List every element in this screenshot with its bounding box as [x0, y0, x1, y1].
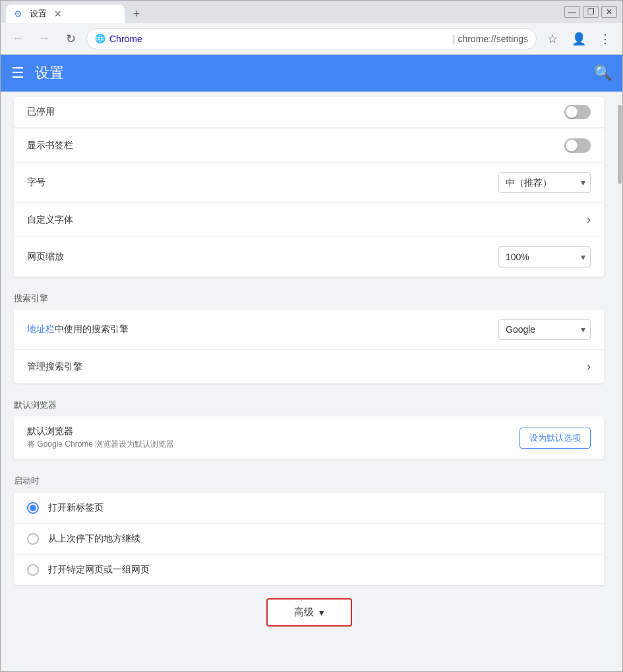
active-tab[interactable]: ⚙ 设置 ✕: [6, 5, 125, 23]
advanced-button-wrapper: 高级 ▾: [1, 598, 617, 627]
window-controls: — ❐ ✕: [564, 6, 617, 18]
manage-search-label: 管理搜索引擎: [27, 361, 587, 373]
content-area: 已停用 显示书签栏 字号 中（推荐） ▾: [1, 92, 622, 671]
custom-font-label: 自定义字体: [27, 214, 587, 226]
profile-button[interactable]: 👤: [568, 28, 589, 49]
tab-favicon: ⚙: [14, 9, 24, 19]
title-bar: ⚙ 设置 ✕ + — ❐ ✕: [1, 1, 622, 23]
set-default-button[interactable]: 设为默认选项: [519, 428, 591, 449]
bookmarks-toggle[interactable]: [564, 138, 591, 153]
hamburger-menu-icon[interactable]: ☰: [11, 65, 24, 82]
disabled-row: 已停用: [14, 97, 604, 128]
tab-area: ⚙ 设置 ✕ +: [6, 1, 564, 23]
bookmarks-label: 显示书签栏: [27, 140, 564, 152]
zoom-row: 网页缩放 100% ▾: [14, 237, 604, 277]
startup-card: 打开新标签页 从上次停下的地方继续 打开特定网页或一组网页: [14, 492, 604, 585]
header-search-icon[interactable]: 🔍: [594, 65, 612, 82]
startup-newtab-row: 打开新标签页: [14, 492, 604, 523]
default-browser-row: 默认浏览器 将 Google Chrome 浏览器设为默认浏览器 设为默认选项: [14, 416, 604, 459]
window-close-button[interactable]: ✕: [601, 6, 617, 18]
new-tab-button[interactable]: +: [127, 5, 146, 23]
manage-search-row[interactable]: 管理搜索引擎 ›: [14, 349, 604, 383]
page-title: 设置: [35, 63, 594, 83]
startup-continue-radio[interactable]: [27, 533, 39, 545]
url-separator: |: [453, 34, 456, 44]
fontsize-label: 字号: [27, 177, 498, 188]
disabled-label: 已停用: [27, 106, 564, 118]
default-browser-label: 默认浏览器: [27, 426, 519, 437]
restore-button[interactable]: ❐: [583, 6, 599, 18]
default-browser-sublabel: 将 Google Chrome 浏览器设为默认浏览器: [27, 439, 519, 450]
minimize-button[interactable]: —: [564, 6, 580, 18]
settings-main: 已停用 显示书签栏 字号 中（推荐） ▾: [1, 92, 617, 671]
scrollbar-track[interactable]: [617, 92, 622, 671]
startup-specific-row: 打开特定网页或一组网页: [14, 554, 604, 585]
url-favicon: 🌐: [95, 34, 105, 44]
app-header: ☰ 设置 🔍: [1, 55, 622, 92]
startup-specific-radio[interactable]: [27, 564, 39, 576]
address-bar-link[interactable]: 地址栏: [27, 323, 55, 334]
custom-font-arrow: ›: [587, 213, 591, 227]
zoom-select[interactable]: 100%: [498, 246, 591, 267]
search-in-address-label: 地址栏中使用的搜索引擎: [27, 323, 498, 335]
search-engine-card: 地址栏中使用的搜索引擎 Google ▾ 管理搜索引擎 ›: [14, 310, 604, 383]
forward-button[interactable]: →: [34, 28, 55, 49]
zoom-label: 网页缩放: [27, 251, 498, 263]
fontsize-select-wrapper: 中（推荐） ▾: [498, 172, 591, 193]
default-browser-card: 默认浏览器 将 Google Chrome 浏览器设为默认浏览器 设为默认选项: [14, 416, 604, 459]
startup-header: 启动时: [1, 464, 617, 492]
address-bar: ← → ↻ 🌐 Chrome | chrome://settings ☆ 👤 ⋮: [1, 23, 622, 55]
advanced-btn-arrow: ▾: [319, 607, 324, 619]
advanced-btn-label: 高级: [294, 606, 314, 619]
search-label-suffix: 中使用的搜索引擎: [55, 323, 129, 334]
url-site-text: Chrome: [109, 34, 450, 44]
startup-newtab-radio[interactable]: [27, 502, 39, 514]
url-path-text: chrome://settings: [458, 34, 528, 44]
startup-continue-label: 从上次停下的地方继续: [48, 533, 140, 545]
more-menu-button[interactable]: ⋮: [595, 28, 616, 49]
default-browser-header: 默认浏览器: [1, 389, 617, 416]
search-engine-header: 搜索引擎: [1, 282, 617, 310]
startup-newtab-label: 打开新标签页: [48, 502, 104, 514]
startup-specific-label: 打开特定网页或一组网页: [48, 564, 150, 576]
tab-close-button[interactable]: ✕: [52, 8, 64, 20]
appearance-card: 已停用 显示书签栏 字号 中（推荐） ▾: [14, 97, 604, 277]
advanced-button[interactable]: 高级 ▾: [266, 598, 352, 627]
default-browser-text: 默认浏览器 将 Google Chrome 浏览器设为默认浏览器: [27, 426, 519, 450]
url-bar[interactable]: 🌐 Chrome | chrome://settings: [86, 28, 537, 49]
search-engine-select[interactable]: Google: [498, 319, 591, 340]
disabled-toggle[interactable]: [564, 105, 591, 119]
search-engine-select-wrapper: Google ▾: [498, 319, 591, 340]
manage-search-arrow: ›: [587, 360, 591, 374]
fontsize-select[interactable]: 中（推荐）: [498, 172, 591, 193]
custom-font-row[interactable]: 自定义字体 ›: [14, 202, 604, 237]
refresh-button[interactable]: ↻: [60, 28, 81, 49]
bookmarks-row: 显示书签栏: [14, 128, 604, 162]
tab-title: 设置: [30, 8, 47, 20]
search-in-address-row: 地址栏中使用的搜索引擎 Google ▾: [14, 310, 604, 349]
fontsize-row: 字号 中（推荐） ▾: [14, 162, 604, 202]
back-button[interactable]: ←: [7, 28, 28, 49]
startup-continue-row: 从上次停下的地方继续: [14, 523, 604, 554]
zoom-select-wrapper: 100% ▾: [498, 246, 591, 267]
bookmark-button[interactable]: ☆: [542, 28, 563, 49]
scrollbar-thumb[interactable]: [618, 105, 622, 184]
